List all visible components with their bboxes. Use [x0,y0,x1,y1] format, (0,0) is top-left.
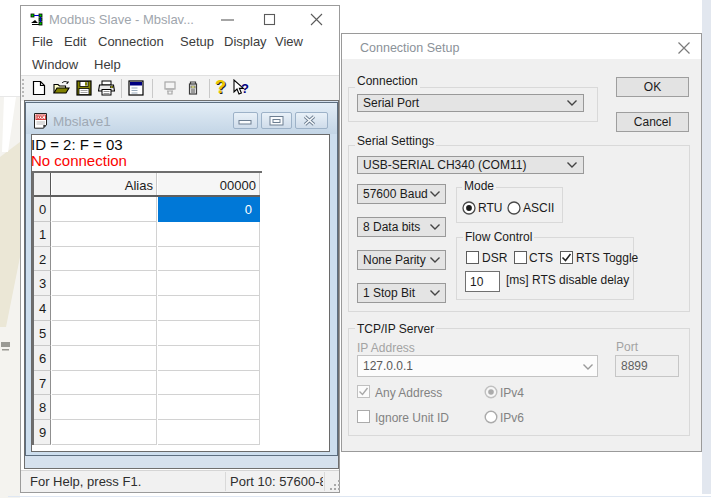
svg-text:?: ? [241,81,249,96]
